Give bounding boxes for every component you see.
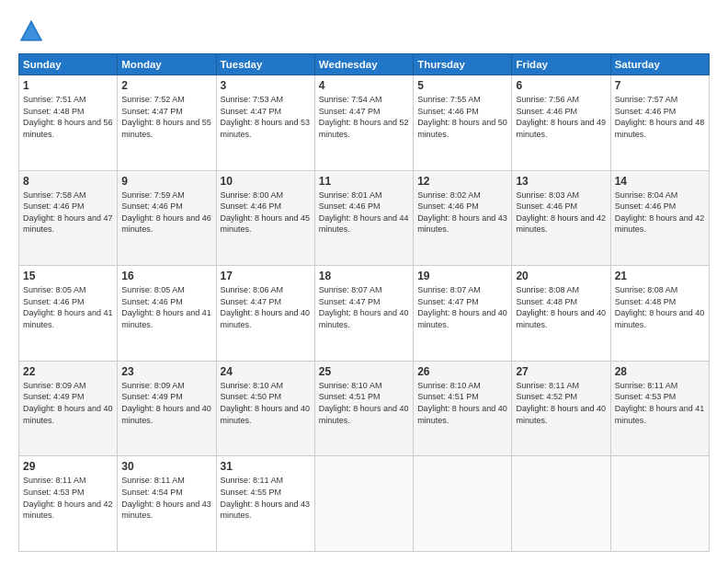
day-info: Sunrise: 8:08 AMSunset: 4:48 PMDaylight:… [516, 285, 606, 329]
day-cell: 27 Sunrise: 8:11 AMSunset: 4:52 PMDaylig… [512, 361, 610, 456]
day-info: Sunrise: 8:05 AMSunset: 4:46 PMDaylight:… [121, 285, 211, 329]
day-cell: 20 Sunrise: 8:08 AMSunset: 4:48 PMDaylig… [512, 266, 610, 362]
day-info: Sunrise: 8:11 AMSunset: 4:53 PMDaylight:… [23, 476, 113, 520]
day-number: 30 [121, 460, 211, 473]
day-number: 14 [615, 175, 705, 188]
day-number: 20 [516, 270, 606, 282]
day-cell: 31 Sunrise: 8:11 AMSunset: 4:55 PMDaylig… [216, 456, 314, 552]
day-info: Sunrise: 8:01 AMSunset: 4:46 PMDaylight:… [319, 190, 409, 235]
day-cell: 4 Sunrise: 7:54 AMSunset: 4:47 PMDayligh… [314, 75, 413, 171]
day-info: Sunrise: 7:54 AMSunset: 4:47 PMDaylight:… [319, 95, 409, 139]
day-cell: 9 Sunrise: 7:59 AMSunset: 4:46 PMDayligh… [118, 170, 216, 266]
logo [18, 18, 48, 44]
day-cell: 2 Sunrise: 7:52 AMSunset: 4:47 PMDayligh… [118, 75, 216, 171]
day-info: Sunrise: 8:07 AMSunset: 4:47 PMDaylight:… [417, 285, 507, 329]
day-cell: 13 Sunrise: 8:03 AMSunset: 4:46 PMDaylig… [512, 170, 610, 266]
day-number: 28 [615, 365, 705, 378]
day-info: Sunrise: 8:05 AMSunset: 4:46 PMDaylight:… [23, 285, 113, 329]
day-number: 11 [319, 175, 409, 188]
day-number: 23 [121, 365, 211, 378]
page: SundayMondayTuesdayWednesdayThursdayFrid… [0, 0, 728, 563]
day-header-thursday: Thursday [414, 54, 512, 75]
day-info: Sunrise: 7:55 AMSunset: 4:46 PMDaylight:… [417, 95, 507, 139]
day-info: Sunrise: 7:57 AMSunset: 4:46 PMDaylight:… [615, 95, 705, 139]
day-cell: 6 Sunrise: 7:56 AMSunset: 4:46 PMDayligh… [512, 75, 610, 171]
day-header-sunday: Sunday [19, 54, 118, 75]
week-row-2: 8 Sunrise: 7:58 AMSunset: 4:46 PMDayligh… [19, 170, 710, 266]
day-info: Sunrise: 7:56 AMSunset: 4:46 PMDaylight:… [516, 95, 606, 139]
svg-marker-1 [22, 23, 40, 40]
day-number: 25 [319, 365, 409, 378]
day-number: 2 [121, 79, 211, 92]
day-number: 10 [221, 175, 311, 188]
day-number: 16 [121, 270, 211, 282]
day-info: Sunrise: 8:11 AMSunset: 4:54 PMDaylight:… [121, 476, 211, 520]
day-number: 12 [417, 175, 507, 188]
day-info: Sunrise: 8:11 AMSunset: 4:52 PMDaylight:… [516, 381, 606, 425]
day-number: 9 [121, 175, 211, 188]
calendar-table: SundayMondayTuesdayWednesdayThursdayFrid… [18, 53, 710, 552]
day-cell: 22 Sunrise: 8:09 AMSunset: 4:49 PMDaylig… [19, 361, 118, 456]
calendar-header: SundayMondayTuesdayWednesdayThursdayFrid… [19, 54, 710, 75]
day-number: 18 [319, 270, 409, 282]
day-number: 13 [516, 175, 606, 188]
day-number: 17 [221, 270, 311, 282]
day-header-wednesday: Wednesday [314, 54, 413, 75]
day-cell: 28 Sunrise: 8:11 AMSunset: 4:53 PMDaylig… [610, 361, 709, 456]
day-header-tuesday: Tuesday [216, 54, 314, 75]
day-info: Sunrise: 8:09 AMSunset: 4:49 PMDaylight:… [121, 381, 211, 425]
day-info: Sunrise: 7:53 AMSunset: 4:47 PMDaylight:… [221, 95, 311, 139]
day-cell: 30 Sunrise: 8:11 AMSunset: 4:54 PMDaylig… [118, 456, 216, 552]
week-row-1: 1 Sunrise: 7:51 AMSunset: 4:48 PMDayligh… [19, 75, 710, 171]
day-number: 15 [23, 270, 113, 282]
day-number: 8 [23, 175, 113, 188]
header-row: SundayMondayTuesdayWednesdayThursdayFrid… [19, 54, 710, 75]
day-header-friday: Friday [512, 54, 610, 75]
day-info: Sunrise: 8:10 AMSunset: 4:50 PMDaylight:… [221, 381, 311, 425]
day-number: 3 [221, 79, 311, 92]
week-row-3: 15 Sunrise: 8:05 AMSunset: 4:46 PMDaylig… [19, 266, 710, 362]
day-cell: 16 Sunrise: 8:05 AMSunset: 4:46 PMDaylig… [118, 266, 216, 362]
day-info: Sunrise: 7:52 AMSunset: 4:47 PMDaylight:… [121, 95, 211, 139]
day-cell: 15 Sunrise: 8:05 AMSunset: 4:46 PMDaylig… [19, 266, 118, 362]
day-cell: 3 Sunrise: 7:53 AMSunset: 4:47 PMDayligh… [216, 75, 314, 171]
day-cell [414, 456, 512, 552]
day-info: Sunrise: 8:02 AMSunset: 4:46 PMDaylight:… [417, 190, 507, 235]
day-number: 22 [23, 365, 113, 378]
day-number: 29 [23, 460, 113, 473]
day-cell [314, 456, 413, 552]
day-number: 21 [615, 270, 705, 282]
day-cell: 8 Sunrise: 7:58 AMSunset: 4:46 PMDayligh… [19, 170, 118, 266]
day-cell: 24 Sunrise: 8:10 AMSunset: 4:50 PMDaylig… [216, 361, 314, 456]
day-cell: 7 Sunrise: 7:57 AMSunset: 4:46 PMDayligh… [610, 75, 709, 171]
day-info: Sunrise: 7:51 AMSunset: 4:48 PMDaylight:… [23, 95, 113, 139]
day-number: 19 [417, 270, 507, 282]
day-cell: 11 Sunrise: 8:01 AMSunset: 4:46 PMDaylig… [314, 170, 413, 266]
day-number: 1 [23, 79, 113, 92]
day-info: Sunrise: 7:59 AMSunset: 4:46 PMDaylight:… [121, 190, 211, 235]
day-number: 27 [516, 365, 606, 378]
day-number: 31 [221, 460, 311, 473]
day-cell: 26 Sunrise: 8:10 AMSunset: 4:51 PMDaylig… [414, 361, 512, 456]
day-info: Sunrise: 8:03 AMSunset: 4:46 PMDaylight:… [516, 190, 606, 235]
day-cell: 23 Sunrise: 8:09 AMSunset: 4:49 PMDaylig… [118, 361, 216, 456]
day-info: Sunrise: 8:10 AMSunset: 4:51 PMDaylight:… [319, 381, 409, 425]
day-cell: 12 Sunrise: 8:02 AMSunset: 4:46 PMDaylig… [414, 170, 512, 266]
day-cell: 29 Sunrise: 8:11 AMSunset: 4:53 PMDaylig… [19, 456, 118, 552]
day-cell: 17 Sunrise: 8:06 AMSunset: 4:47 PMDaylig… [216, 266, 314, 362]
calendar-body: 1 Sunrise: 7:51 AMSunset: 4:48 PMDayligh… [19, 75, 710, 552]
day-number: 5 [417, 79, 507, 92]
day-cell: 18 Sunrise: 8:07 AMSunset: 4:47 PMDaylig… [314, 266, 413, 362]
day-info: Sunrise: 7:58 AMSunset: 4:46 PMDaylight:… [23, 190, 113, 235]
day-info: Sunrise: 8:08 AMSunset: 4:48 PMDaylight:… [615, 285, 705, 329]
day-cell [610, 456, 709, 552]
day-info: Sunrise: 8:11 AMSunset: 4:55 PMDaylight:… [221, 476, 311, 520]
week-row-5: 29 Sunrise: 8:11 AMSunset: 4:53 PMDaylig… [19, 456, 710, 552]
day-info: Sunrise: 8:06 AMSunset: 4:47 PMDaylight:… [221, 285, 311, 329]
header [18, 15, 710, 44]
day-cell: 14 Sunrise: 8:04 AMSunset: 4:46 PMDaylig… [610, 170, 709, 266]
day-cell: 5 Sunrise: 7:55 AMSunset: 4:46 PMDayligh… [414, 75, 512, 171]
day-cell: 1 Sunrise: 7:51 AMSunset: 4:48 PMDayligh… [19, 75, 118, 171]
week-row-4: 22 Sunrise: 8:09 AMSunset: 4:49 PMDaylig… [19, 361, 710, 456]
day-cell: 25 Sunrise: 8:10 AMSunset: 4:51 PMDaylig… [314, 361, 413, 456]
